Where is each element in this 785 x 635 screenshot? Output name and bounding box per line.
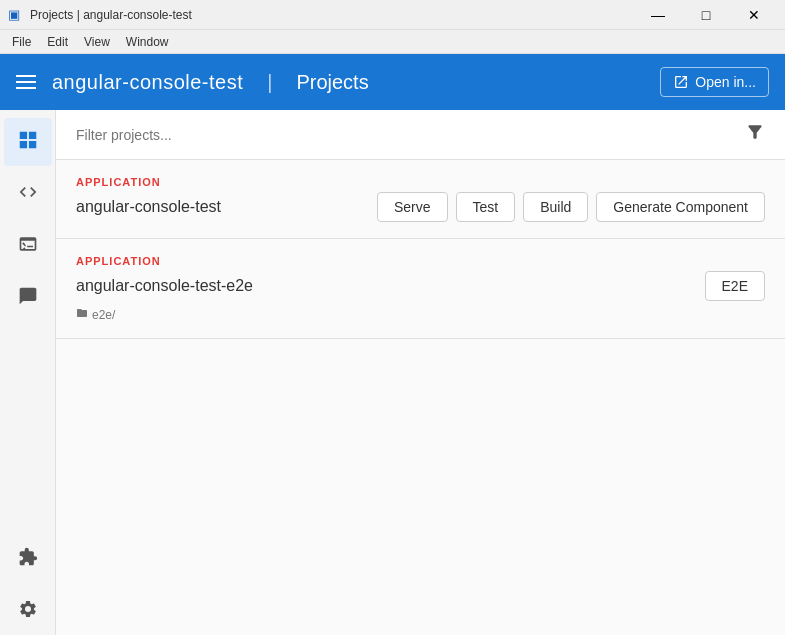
menu-view[interactable]: View — [76, 33, 118, 51]
settings-icon — [18, 599, 38, 624]
maximize-button[interactable]: □ — [683, 0, 729, 30]
sidebar-item-chat[interactable] — [4, 274, 52, 322]
open-in-icon — [673, 74, 689, 90]
project-name-0: angular-console-test — [76, 198, 221, 216]
header-section: Projects — [296, 71, 368, 94]
sidebar-item-settings[interactable] — [4, 587, 52, 635]
project-section-0: APPLICATION angular-console-test Serve T… — [56, 160, 785, 239]
menu-file[interactable]: File — [4, 33, 39, 51]
project-name-1: angular-console-test-e2e — [76, 277, 253, 295]
open-in-label: Open in... — [695, 74, 756, 90]
project-type-0: APPLICATION — [76, 176, 765, 188]
sidebar-item-code[interactable] — [4, 170, 52, 218]
menu-edit[interactable]: Edit — [39, 33, 76, 51]
serve-button[interactable]: Serve — [377, 192, 448, 222]
sidebar-item-extensions[interactable] — [4, 535, 52, 583]
hamburger-menu-icon[interactable] — [16, 75, 36, 89]
sidebar — [0, 110, 56, 635]
sidebar-item-terminal[interactable] — [4, 222, 52, 270]
window-title: Projects | angular-console-test — [30, 8, 192, 22]
filter-bar — [56, 110, 785, 160]
header-separator: | — [267, 71, 272, 94]
app-icon: ▣ — [8, 7, 24, 23]
build-button[interactable]: Build — [523, 192, 588, 222]
project-row-0: angular-console-test Serve Test Build Ge… — [76, 192, 765, 222]
project-actions-0: Serve Test Build Generate Component — [377, 192, 765, 222]
test-button[interactable]: Test — [456, 192, 516, 222]
menu-bar: File Edit View Window — [0, 30, 785, 54]
window-controls: — □ ✕ — [635, 0, 777, 30]
app-header: angular-console-test | Projects Open in.… — [0, 54, 785, 110]
generate-component-button[interactable]: Generate Component — [596, 192, 765, 222]
header-app-name: angular-console-test — [52, 71, 243, 94]
projects-list: APPLICATION angular-console-test Serve T… — [56, 160, 785, 339]
code-icon — [18, 182, 38, 207]
project-row-1: angular-console-test-e2e E2E — [76, 271, 765, 301]
e2e-button[interactable]: E2E — [705, 271, 765, 301]
open-in-button[interactable]: Open in... — [660, 67, 769, 97]
content-area: APPLICATION angular-console-test Serve T… — [56, 110, 785, 635]
project-path-text-1: e2e/ — [92, 308, 115, 322]
terminal-icon — [18, 234, 38, 259]
projects-icon — [17, 129, 39, 156]
filter-icon[interactable] — [745, 122, 765, 147]
title-bar: ▣ Projects | angular-console-test — □ ✕ — [0, 0, 785, 30]
project-section-1: APPLICATION angular-console-test-e2e E2E… — [56, 239, 785, 339]
project-path-1: e2e/ — [76, 307, 765, 322]
sidebar-item-projects[interactable] — [4, 118, 52, 166]
project-actions-1: E2E — [705, 271, 765, 301]
extensions-icon — [18, 547, 38, 572]
minimize-button[interactable]: — — [635, 0, 681, 30]
chat-icon — [18, 286, 38, 311]
filter-input[interactable] — [76, 127, 745, 143]
folder-icon — [76, 307, 88, 322]
project-type-1: APPLICATION — [76, 255, 765, 267]
menu-window[interactable]: Window — [118, 33, 177, 51]
close-button[interactable]: ✕ — [731, 0, 777, 30]
